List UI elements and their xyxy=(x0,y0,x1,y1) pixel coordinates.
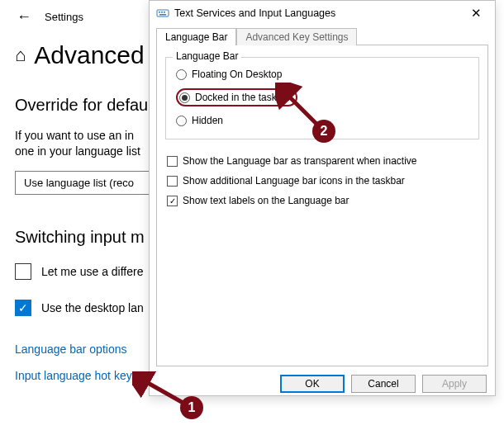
override-desc-line2: one in your language list xyxy=(15,144,140,158)
radio-docked-label: Docked in the taskbar xyxy=(195,92,291,103)
tab-advanced-key-settings[interactable]: Advanced Key Settings xyxy=(236,28,357,45)
svg-rect-1 xyxy=(159,12,160,13)
tab-language-bar[interactable]: Language Bar xyxy=(156,28,236,45)
svg-rect-3 xyxy=(164,12,165,13)
chk-textlabels[interactable]: ✓ xyxy=(167,196,178,206)
ok-button[interactable]: OK xyxy=(280,375,345,393)
settings-caption: Settings xyxy=(45,11,83,23)
radio-floating-row[interactable]: Floating On Desktop xyxy=(174,64,470,84)
dialog-button-bar: OK Cancel Apply xyxy=(150,366,495,393)
desktoplang-label: Use the desktop lan xyxy=(41,301,144,314)
language-bar-groupbox: Language Bar Floating On Desktop Docked … xyxy=(165,57,479,139)
radio-floating[interactable] xyxy=(176,69,187,80)
radio-docked-row[interactable]: Docked in the taskbar xyxy=(174,84,470,111)
text-services-dialog: Text Services and Input Languages ✕ Lang… xyxy=(149,0,496,396)
cancel-button[interactable]: Cancel xyxy=(351,375,416,393)
letme-label: Let me use a differe xyxy=(41,265,143,278)
page-title: Advanced xyxy=(34,41,144,69)
close-button[interactable]: ✕ xyxy=(460,6,492,21)
override-desc-line1: If you want to use an in xyxy=(15,129,134,142)
dropdown-value: Use language list (reco xyxy=(24,177,134,189)
svg-rect-4 xyxy=(159,14,166,16)
svg-rect-2 xyxy=(161,12,163,13)
svg-rect-0 xyxy=(157,10,169,17)
language-list-dropdown[interactable]: Use language list (reco xyxy=(15,171,164,195)
letme-checkbox[interactable] xyxy=(15,263,31,280)
dialog-title: Text Services and Input Languages xyxy=(174,7,460,19)
desktoplang-checkbox[interactable]: ✓ xyxy=(15,300,31,316)
tabpanel-language-bar: Language Bar Floating On Desktop Docked … xyxy=(156,45,488,366)
chk-textlabels-label: Show text labels on the Language bar xyxy=(183,195,349,206)
home-icon[interactable]: ⌂ xyxy=(15,45,26,66)
back-arrow-icon[interactable]: ← xyxy=(15,5,38,29)
chk-transparent-label: Show the Language bar as transparent whe… xyxy=(183,155,417,167)
tabstrip: Language Bar Advanced Key Settings xyxy=(156,27,488,45)
chk-additional-label: Show additional Language bar icons in th… xyxy=(183,175,405,187)
keyboard-icon xyxy=(156,7,169,20)
chk-transparent[interactable] xyxy=(167,156,178,167)
dialog-titlebar: Text Services and Input Languages ✕ xyxy=(150,1,495,26)
radio-docked[interactable] xyxy=(179,92,190,103)
apply-button: Apply xyxy=(422,375,487,393)
radio-hidden[interactable] xyxy=(176,116,187,126)
radio-floating-label: Floating On Desktop xyxy=(192,69,282,80)
chk-transparent-row[interactable]: Show the Language bar as transparent whe… xyxy=(165,151,479,171)
chk-textlabels-row[interactable]: ✓ Show text labels on the Language bar xyxy=(165,191,479,210)
groupbox-legend: Language Bar xyxy=(173,50,241,62)
chk-additional[interactable] xyxy=(167,176,178,187)
chk-additional-row[interactable]: Show additional Language bar icons in th… xyxy=(165,171,479,191)
radio-hidden-label: Hidden xyxy=(192,115,223,126)
radio-hidden-row[interactable]: Hidden xyxy=(174,111,470,130)
